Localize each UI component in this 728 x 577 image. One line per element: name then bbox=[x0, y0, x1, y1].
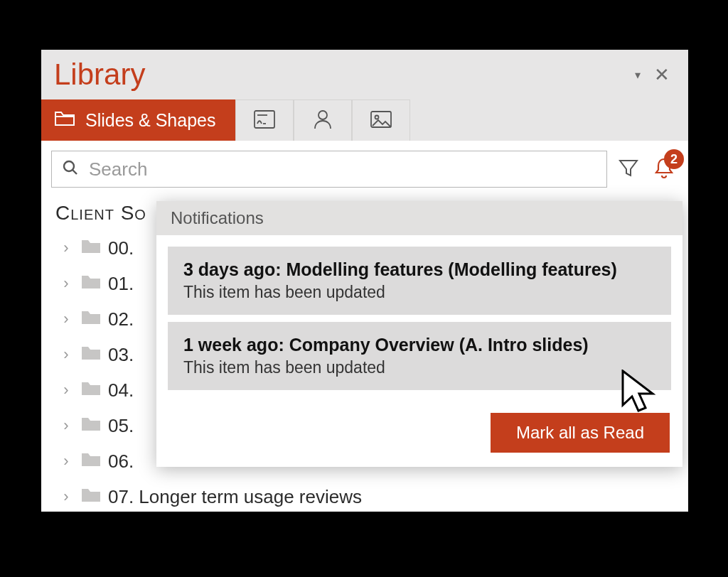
popover-footer: Mark all as Read bbox=[156, 409, 682, 467]
panel-title: Library bbox=[54, 58, 626, 92]
tree-item-label: 07. Longer term usage reviews bbox=[108, 486, 362, 508]
search-input[interactable] bbox=[87, 158, 596, 181]
chevron-right-icon: › bbox=[58, 416, 74, 435]
svg-rect-0 bbox=[255, 111, 274, 128]
chevron-down-icon: ▾ bbox=[635, 68, 641, 82]
chevron-right-icon: › bbox=[58, 487, 74, 506]
notification-subtitle: This item has been updated bbox=[183, 283, 655, 302]
folder-icon bbox=[81, 237, 101, 259]
tree-item-label: 06. bbox=[108, 451, 134, 473]
notification-subtitle: This item has been updated bbox=[183, 358, 655, 377]
chevron-right-icon: › bbox=[58, 345, 74, 364]
funnel-icon bbox=[617, 156, 640, 182]
svg-point-4 bbox=[64, 161, 74, 171]
notification-title: 3 days ago: Modelling features (Modellin… bbox=[183, 259, 655, 280]
filter-button[interactable] bbox=[614, 155, 643, 183]
tree-item-label: 05. bbox=[108, 415, 134, 437]
folder-icon bbox=[81, 273, 101, 295]
chevron-right-icon: › bbox=[58, 310, 74, 328]
tree-item-label: 04. bbox=[108, 379, 134, 401]
panel-close-button[interactable]: ✕ bbox=[650, 63, 674, 87]
folder-icon bbox=[81, 344, 101, 366]
chevron-right-icon: › bbox=[58, 452, 74, 470]
search-row: 2 bbox=[51, 149, 678, 189]
popover-header: Notifications bbox=[156, 201, 682, 235]
panel-dropdown-button[interactable]: ▾ bbox=[626, 63, 650, 87]
svg-point-1 bbox=[318, 111, 327, 119]
chevron-right-icon: › bbox=[58, 381, 74, 399]
tab-people[interactable] bbox=[294, 99, 352, 141]
folder-icon bbox=[81, 308, 101, 330]
close-icon: ✕ bbox=[654, 64, 670, 86]
folder-open-icon bbox=[54, 109, 75, 131]
panel-header: Library ▾ ✕ bbox=[41, 50, 688, 99]
chevron-right-icon: › bbox=[58, 274, 74, 293]
person-icon bbox=[313, 109, 333, 133]
tree-item-label: 02. bbox=[108, 308, 134, 330]
tree-item-label: 03. bbox=[108, 344, 134, 366]
tree-item-label: 01. bbox=[108, 273, 134, 295]
folder-icon bbox=[81, 379, 101, 401]
folder-icon bbox=[81, 451, 101, 473]
notification-item[interactable]: 3 days ago: Modelling features (Modellin… bbox=[168, 247, 671, 315]
tab-main-label: Slides & Shapes bbox=[85, 110, 215, 131]
notifications-popover: Notifications 3 days ago: Modelling feat… bbox=[156, 201, 682, 467]
tree-item-label: 00. bbox=[108, 237, 134, 259]
folder-icon bbox=[81, 486, 101, 508]
search-box[interactable] bbox=[51, 151, 607, 188]
popover-body: 3 days ago: Modelling features (Modellin… bbox=[156, 235, 682, 409]
tab-slides-shapes[interactable]: Slides & Shapes bbox=[41, 99, 235, 141]
mark-all-read-button[interactable]: Mark all as Read bbox=[491, 413, 670, 453]
tree-item[interactable]: › 07. Longer term usage reviews bbox=[58, 479, 678, 514]
tabs-row: Slides & Shapes bbox=[41, 99, 688, 141]
signature-icon bbox=[253, 109, 276, 132]
svg-point-3 bbox=[375, 116, 379, 119]
notification-badge: 2 bbox=[664, 149, 684, 169]
tab-images[interactable] bbox=[352, 99, 410, 141]
chevron-right-icon: › bbox=[58, 239, 74, 257]
image-icon bbox=[370, 110, 392, 131]
notifications-button[interactable]: 2 bbox=[650, 155, 678, 183]
notification-title: 1 week ago: Company Overview (A. Intro s… bbox=[183, 335, 655, 355]
folder-icon bbox=[81, 415, 101, 437]
tab-signature[interactable] bbox=[235, 99, 294, 141]
search-icon bbox=[62, 159, 79, 179]
notification-item[interactable]: 1 week ago: Company Overview (A. Intro s… bbox=[168, 322, 671, 390]
